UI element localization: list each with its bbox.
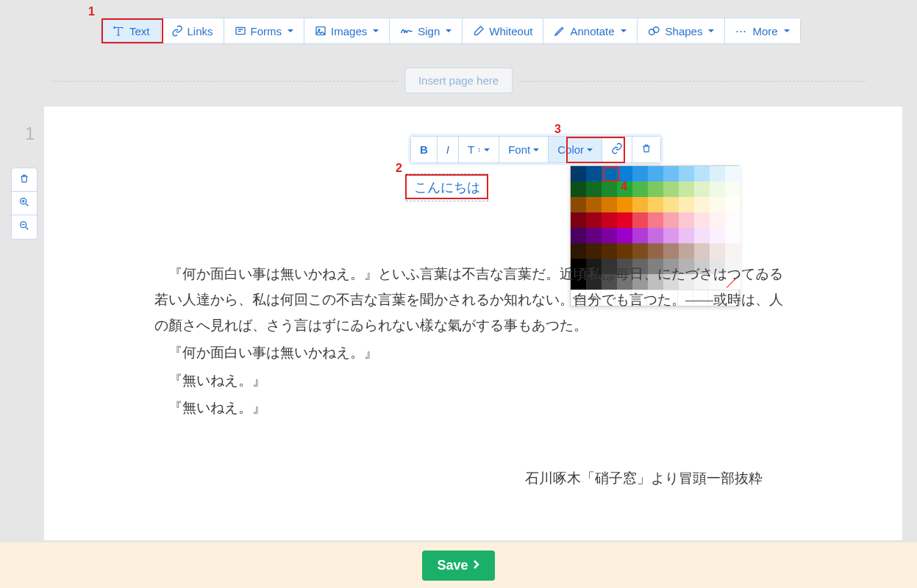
- paragraph: 『何か面白い事は無いかねえ。』: [154, 340, 787, 365]
- save-button[interactable]: Save: [422, 551, 494, 581]
- color-swatch[interactable]: [632, 228, 648, 243]
- color-swatch[interactable]: [632, 197, 648, 212]
- font-button[interactable]: Font: [499, 137, 549, 162]
- color-swatch[interactable]: [632, 182, 648, 197]
- toolbar-whiteout[interactable]: Whiteout: [463, 18, 543, 43]
- delete-page-button[interactable]: [12, 168, 37, 192]
- toolbar-forms[interactable]: Forms: [224, 18, 305, 43]
- text-input-box[interactable]: こんにちは: [406, 173, 488, 201]
- text-size-button[interactable]: T↕: [459, 137, 499, 162]
- color-swatch[interactable]: [648, 212, 663, 228]
- callout-number: 4: [621, 180, 627, 193]
- color-swatch[interactable]: [617, 197, 632, 212]
- color-swatch[interactable]: [663, 212, 679, 228]
- shapes-icon: [648, 25, 661, 37]
- color-swatch[interactable]: [694, 228, 710, 243]
- toolbar-text[interactable]: Text: [101, 18, 161, 43]
- color-swatch[interactable]: [725, 228, 741, 243]
- color-swatch[interactable]: [725, 243, 741, 259]
- toolbar-sign[interactable]: Sign: [390, 18, 463, 43]
- color-swatch[interactable]: [571, 197, 586, 212]
- color-swatch[interactable]: [602, 212, 617, 228]
- color-swatch[interactable]: [571, 166, 586, 182]
- color-swatch[interactable]: [663, 228, 679, 243]
- color-swatch[interactable]: [710, 228, 725, 243]
- color-swatch[interactable]: [663, 166, 679, 182]
- color-swatch[interactable]: [571, 243, 586, 259]
- color-swatch[interactable]: [602, 166, 617, 182]
- zoom-out-button[interactable]: [12, 215, 37, 239]
- toolbar-shapes-label: Shapes: [666, 25, 703, 37]
- toolbar-links[interactable]: Links: [161, 18, 224, 43]
- zoom-in-button[interactable]: [12, 192, 37, 215]
- color-swatch[interactable]: [694, 182, 710, 197]
- color-swatch[interactable]: [694, 166, 710, 182]
- color-swatch[interactable]: [632, 166, 648, 182]
- color-swatch[interactable]: [694, 197, 710, 212]
- color-swatch[interactable]: [632, 243, 648, 259]
- color-swatch[interactable]: [586, 182, 602, 197]
- color-swatch[interactable]: [586, 166, 602, 182]
- color-swatch[interactable]: [602, 228, 617, 243]
- color-swatch[interactable]: [648, 228, 663, 243]
- font-label: Font: [508, 143, 530, 156]
- color-swatch[interactable]: [617, 166, 632, 182]
- color-swatch[interactable]: [663, 243, 679, 259]
- toolbar-annotate[interactable]: Annotate: [543, 18, 637, 43]
- color-swatch[interactable]: [602, 197, 617, 212]
- color-button[interactable]: Color: [549, 137, 602, 162]
- color-swatch[interactable]: [617, 228, 632, 243]
- color-swatch[interactable]: [571, 212, 586, 228]
- text-delete-button[interactable]: [632, 137, 660, 162]
- color-swatch[interactable]: [679, 243, 694, 259]
- color-swatch[interactable]: [725, 166, 741, 182]
- insert-page-button[interactable]: Insert page here: [404, 68, 513, 93]
- color-swatch[interactable]: [648, 197, 663, 212]
- color-swatch[interactable]: [602, 243, 617, 259]
- page-number: 1: [25, 123, 35, 144]
- color-swatch[interactable]: [710, 182, 725, 197]
- color-swatch[interactable]: [679, 166, 694, 182]
- color-swatch[interactable]: [663, 182, 679, 197]
- insert-page-label: Insert page here: [418, 74, 499, 87]
- color-swatch[interactable]: [725, 197, 741, 212]
- link-icon: [171, 25, 183, 37]
- toolbar-more[interactable]: ⋯ More: [725, 18, 799, 43]
- color-swatch[interactable]: [617, 212, 632, 228]
- color-swatch[interactable]: [710, 212, 725, 228]
- color-swatch[interactable]: [632, 212, 648, 228]
- caret-down-icon: [373, 29, 379, 32]
- color-swatch[interactable]: [586, 228, 602, 243]
- color-swatch[interactable]: [710, 166, 725, 182]
- color-swatch[interactable]: [571, 182, 586, 197]
- color-swatch[interactable]: [694, 212, 710, 228]
- color-swatch[interactable]: [648, 243, 663, 259]
- color-swatch[interactable]: [679, 212, 694, 228]
- color-swatch[interactable]: [648, 166, 663, 182]
- color-swatch[interactable]: [710, 243, 725, 259]
- color-swatch[interactable]: [602, 182, 617, 197]
- color-swatch[interactable]: [663, 197, 679, 212]
- italic-button[interactable]: I: [438, 137, 459, 162]
- color-swatch[interactable]: [679, 197, 694, 212]
- toolbar-images[interactable]: Images: [304, 18, 390, 43]
- caret-down-icon: [484, 148, 490, 151]
- main-toolbar: Text Links Forms Images Sign Whiteout An…: [101, 18, 801, 44]
- toolbar-shapes[interactable]: Shapes: [638, 18, 726, 43]
- toolbar-whiteout-label: Whiteout: [489, 25, 532, 37]
- color-swatch[interactable]: [725, 212, 741, 228]
- color-swatch[interactable]: [694, 243, 710, 259]
- color-swatch[interactable]: [710, 197, 725, 212]
- color-swatch[interactable]: [571, 228, 586, 243]
- text-link-button[interactable]: [602, 137, 632, 162]
- color-swatch[interactable]: [586, 197, 602, 212]
- bold-button[interactable]: B: [411, 137, 438, 162]
- color-swatch[interactable]: [586, 243, 602, 259]
- color-swatch[interactable]: [679, 228, 694, 243]
- color-swatch[interactable]: [586, 212, 602, 228]
- color-swatch[interactable]: [725, 182, 741, 197]
- color-swatch[interactable]: [679, 182, 694, 197]
- callout-number: 1: [88, 5, 95, 18]
- color-swatch[interactable]: [648, 182, 663, 197]
- color-swatch[interactable]: [617, 243, 632, 259]
